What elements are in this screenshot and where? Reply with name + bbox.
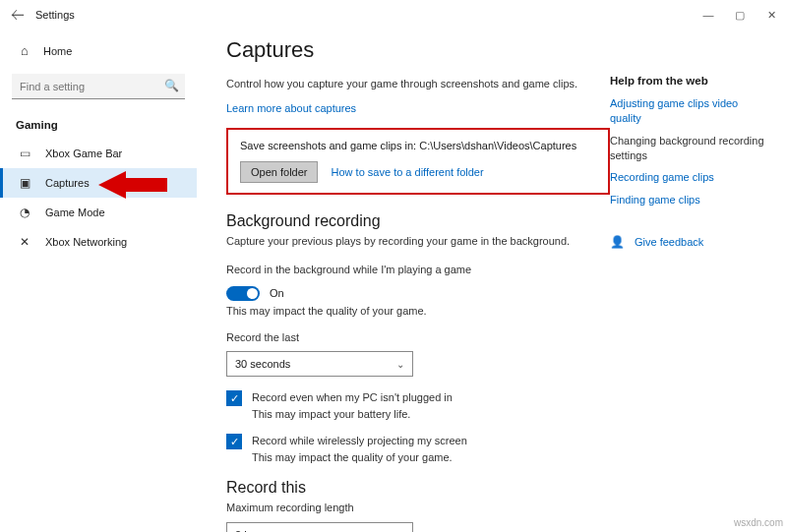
check-not-plugged-label: Record even when my PC isn't plugged in (252, 390, 453, 405)
check2-hint: This may impact the quality of your game… (252, 451, 610, 463)
content-area: Captures Control how you capture your ga… (197, 30, 787, 532)
main-column: Captures Control how you capture your ga… (226, 37, 610, 522)
check1-hint: This may impact your battery life. (252, 408, 610, 420)
bg-toggle-label: Record in the background while I'm playi… (226, 263, 610, 277)
check-not-plugged-row: ✓ Record even when my PC isn't plugged i… (226, 390, 610, 406)
home-icon: ⌂ (16, 43, 33, 58)
page-title: Captures (226, 37, 610, 63)
background-recording-heading: Background recording (226, 212, 610, 230)
max-length-value: 2 hours (235, 529, 272, 533)
check-not-plugged[interactable]: ✓ (226, 390, 242, 406)
help-link-recording[interactable]: Recording game clips (610, 170, 767, 185)
close-button[interactable]: ✕ (756, 0, 787, 30)
help-text-bg: Changing background recording settings (610, 134, 767, 163)
captures-icon: ▣ (16, 176, 33, 190)
help-link-quality[interactable]: Adjusting game clips video quality (610, 96, 767, 126)
bg-hint: This may impact the quality of your game… (226, 305, 610, 317)
networking-icon: ✕ (16, 235, 33, 249)
feedback-label: Give feedback (635, 236, 703, 248)
page-intro: Control how you capture your game throug… (226, 77, 610, 92)
give-feedback[interactable]: 👤 Give feedback (610, 235, 767, 249)
background-recording-desc: Capture your previous plays by recording… (226, 234, 610, 249)
record-this-heading: Record this (226, 479, 610, 497)
annotation-arrow (98, 167, 167, 205)
chevron-down-icon: ⌄ (396, 359, 404, 370)
toggle-state: On (270, 287, 284, 299)
help-aside: Help from the web Adjusting game clips v… (610, 37, 767, 522)
nav-label: Captures (45, 177, 90, 189)
record-last-value: 30 seconds (235, 358, 290, 370)
titlebar: 🡠 Settings — ▢ ✕ (0, 0, 787, 30)
gamebar-icon: ▭ (16, 147, 33, 160)
how-to-save-link[interactable]: How to save to a different folder (332, 166, 484, 178)
nav-label: Xbox Game Bar (45, 148, 122, 159)
save-location-box: Save screenshots and game clips in: C:\U… (226, 128, 610, 195)
nav-label: Game Mode (45, 207, 105, 218)
window-controls: — ▢ ✕ (693, 0, 787, 30)
bg-record-toggle[interactable] (226, 286, 260, 301)
check-wireless-label: Record while wirelessly projecting my sc… (252, 434, 467, 448)
nav-xbox-game-bar[interactable]: ▭ Xbox Game Bar (0, 139, 197, 168)
search-icon: 🔍 (164, 79, 179, 92)
gamemode-icon: ◔ (16, 206, 33, 219)
nav-xbox-networking[interactable]: ✕ Xbox Networking (0, 227, 197, 257)
maximize-button[interactable]: ▢ (724, 0, 756, 30)
learn-more-link[interactable]: Learn more about captures (226, 102, 356, 114)
minimize-button[interactable]: — (693, 0, 724, 30)
record-last-label: Record the last (226, 330, 610, 345)
open-folder-button[interactable]: Open folder (240, 161, 318, 183)
check-wireless-row: ✓ Record while wirelessly projecting my … (226, 434, 610, 449)
record-last-select[interactable]: 30 seconds ⌄ (226, 351, 413, 377)
watermark: wsxdn.com (734, 517, 783, 528)
max-length-select[interactable]: 2 hours ⌄ (226, 522, 413, 533)
check-wireless[interactable]: ✓ (226, 434, 242, 449)
back-button[interactable]: 🡠 (8, 7, 28, 23)
aside-heading: Help from the web (610, 75, 767, 87)
help-link-finding[interactable]: Finding game clips (610, 193, 767, 207)
svg-marker-0 (98, 171, 167, 199)
feedback-icon: 👤 (610, 235, 625, 249)
search-container: 🔍 (12, 74, 185, 99)
search-input[interactable] (12, 74, 185, 99)
window-title: Settings (35, 9, 75, 21)
sidebar-section-title: Gaming (0, 113, 197, 139)
home-nav[interactable]: ⌂ Home (0, 37, 197, 64)
sidebar: ⌂ Home 🔍 Gaming ▭ Xbox Game Bar ▣ Captur… (0, 30, 197, 532)
nav-label: Xbox Networking (45, 236, 127, 248)
home-label: Home (43, 45, 72, 57)
max-length-label: Maximum recording length (226, 501, 610, 515)
save-path-text: Save screenshots and game clips in: C:\U… (240, 140, 596, 151)
